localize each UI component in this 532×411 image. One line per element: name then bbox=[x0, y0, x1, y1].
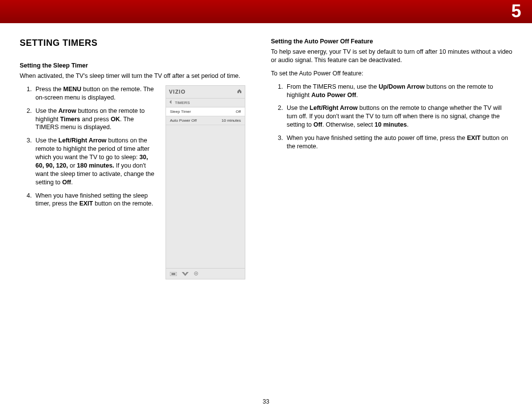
svg-point-3 bbox=[196, 273, 197, 274]
sleep-timer-steps: Press the MENU button on the remote. The… bbox=[20, 85, 157, 279]
page-content: SETTING TIMERS Setting the Sleep Timer W… bbox=[0, 23, 532, 279]
row-label: Sleep Timer bbox=[170, 109, 191, 114]
back-arrow-icon bbox=[169, 100, 172, 105]
tv-menu-body bbox=[166, 125, 245, 268]
settings-icon bbox=[194, 269, 199, 278]
tv-menu-header: VIZIO bbox=[166, 86, 245, 99]
row-label: Auto Power Off bbox=[170, 118, 197, 123]
left-column: SETTING TIMERS Setting the Sleep Timer W… bbox=[20, 38, 256, 279]
auto-power-off-lead: To set the Auto Power Off feature: bbox=[271, 69, 512, 78]
page-number-footer: 33 bbox=[0, 398, 532, 405]
auto-power-off-subhead: Setting the Auto Power Off Feature bbox=[271, 38, 512, 45]
list-item: When you have finished setting the auto … bbox=[285, 134, 512, 151]
sleep-timer-subhead: Setting the Sleep Timer bbox=[20, 62, 256, 69]
sleep-timer-intro: When activated, the TV's sleep timer wil… bbox=[20, 72, 256, 80]
tv-menu-breadcrumb: TIMERS bbox=[166, 99, 245, 107]
chapter-number: 5 bbox=[511, 1, 521, 22]
v-icon bbox=[182, 269, 189, 278]
list-item: Use the Left/Right Arrow buttons on the … bbox=[285, 104, 512, 129]
wide-icon bbox=[170, 269, 177, 278]
list-item: Use the Left/Right Arrow buttons on the … bbox=[33, 137, 157, 186]
right-column: Setting the Auto Power Off Feature To he… bbox=[271, 38, 512, 279]
home-icon bbox=[237, 89, 242, 95]
section-title: SETTING TIMERS bbox=[20, 38, 256, 48]
menu-row-sleep-timer: Sleep Timer Off bbox=[166, 107, 245, 116]
svg-rect-1 bbox=[171, 273, 175, 275]
vizio-logo: VIZIO bbox=[169, 89, 186, 95]
list-item: When you have finished setting the sleep… bbox=[33, 192, 157, 208]
row-value: 10 minutes bbox=[222, 118, 241, 123]
tv-menu-footer bbox=[166, 268, 245, 279]
auto-power-off-steps: From the TIMERS menu, use the Up/Down Ar… bbox=[271, 83, 512, 151]
list-item: From the TIMERS menu, use the Up/Down Ar… bbox=[285, 83, 512, 100]
breadcrumb-label: TIMERS bbox=[175, 101, 190, 105]
chapter-header: 5 bbox=[0, 0, 532, 23]
list-item: Use the Arrow buttons on the remote to h… bbox=[33, 107, 157, 132]
list-item: Press the MENU button on the remote. The… bbox=[33, 85, 157, 102]
auto-power-off-intro: To help save energy, your TV is set by d… bbox=[271, 48, 512, 65]
tv-osd-menu: VIZIO TIMERS Sleep Timer Off Auto Po bbox=[166, 85, 245, 279]
menu-row-auto-power-off: Auto Power Off 10 minutes bbox=[166, 116, 245, 125]
row-value: Off bbox=[235, 109, 241, 114]
